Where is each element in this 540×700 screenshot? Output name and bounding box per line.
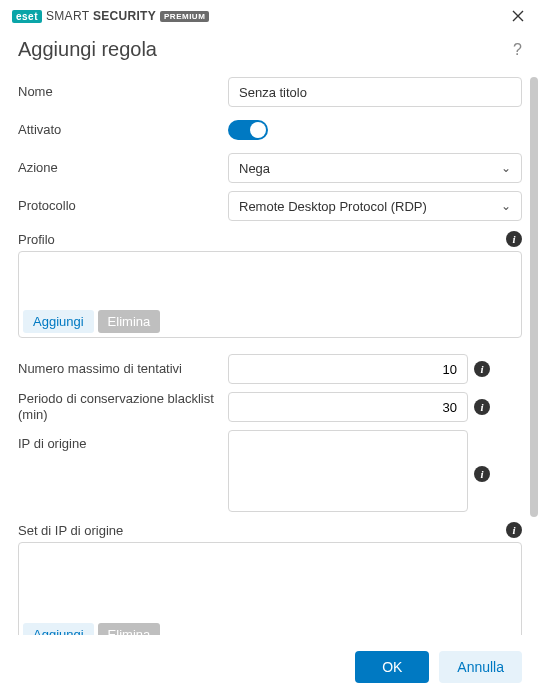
info-icon[interactable]: i	[474, 399, 490, 415]
scrollbar-thumb[interactable]	[530, 77, 538, 517]
label-source-ip: IP di origine	[18, 430, 228, 452]
toggle-knob	[250, 122, 266, 138]
dialog-header: Aggiungi regola ?	[0, 28, 540, 75]
ok-button[interactable]: OK	[355, 651, 429, 683]
action-select[interactable]: Nega ⌄	[228, 153, 522, 183]
protocol-select[interactable]: Remote Desktop Protocol (RDP) ⌄	[228, 191, 522, 221]
source-ip-set-listbox[interactable]: Aggiungi Elimina	[18, 542, 522, 635]
help-icon[interactable]: ?	[513, 41, 522, 59]
profile-delete-button[interactable]: Elimina	[98, 310, 161, 333]
label-action: Azione	[18, 160, 228, 176]
chevron-down-icon: ⌄	[501, 161, 511, 175]
dialog-footer: OK Annulla	[0, 635, 540, 699]
title-bar: eset SMART SECURITY PREMIUM	[0, 0, 540, 28]
label-name: Nome	[18, 84, 228, 100]
label-max-attempts: Numero massimo di tentativi	[18, 361, 228, 377]
label-blacklist-period: Periodo di conservazione blacklist (min)	[18, 391, 228, 422]
enabled-toggle[interactable]	[228, 120, 268, 140]
logo-mark: eset	[12, 10, 42, 23]
ipset-add-button[interactable]: Aggiungi	[23, 623, 94, 635]
max-attempts-input[interactable]	[228, 354, 468, 384]
page-title: Aggiungi regola	[18, 38, 157, 61]
info-icon[interactable]: i	[506, 522, 522, 538]
close-icon[interactable]	[508, 6, 528, 26]
product-name: SMART SECURITY	[46, 9, 156, 23]
profile-add-button[interactable]: Aggiungi	[23, 310, 94, 333]
action-select-value: Nega	[239, 161, 270, 176]
form-body: Nome Attivato Azione Nega ⌄ Protocollo R…	[0, 75, 540, 635]
label-enabled: Attivato	[18, 122, 228, 138]
source-ip-input[interactable]	[228, 430, 468, 512]
cancel-button[interactable]: Annulla	[439, 651, 522, 683]
label-source-ip-set: Set di IP di origine	[18, 523, 506, 538]
blacklist-period-input[interactable]	[228, 392, 468, 422]
ipset-delete-button[interactable]: Elimina	[98, 623, 161, 635]
profile-list-area	[23, 256, 517, 308]
label-protocol: Protocollo	[18, 198, 228, 214]
info-icon[interactable]: i	[474, 466, 490, 482]
source-ip-set-list-area	[23, 547, 517, 621]
scrollbar-track[interactable]	[530, 77, 538, 633]
info-icon[interactable]: i	[474, 361, 490, 377]
profile-listbox[interactable]: Aggiungi Elimina	[18, 251, 522, 338]
edition-badge: PREMIUM	[160, 11, 209, 22]
info-icon[interactable]: i	[506, 231, 522, 247]
product-logo: eset SMART SECURITY PREMIUM	[12, 9, 209, 23]
label-profile: Profilo	[18, 232, 506, 247]
chevron-down-icon: ⌄	[501, 199, 511, 213]
name-input[interactable]	[228, 77, 522, 107]
protocol-select-value: Remote Desktop Protocol (RDP)	[239, 199, 427, 214]
